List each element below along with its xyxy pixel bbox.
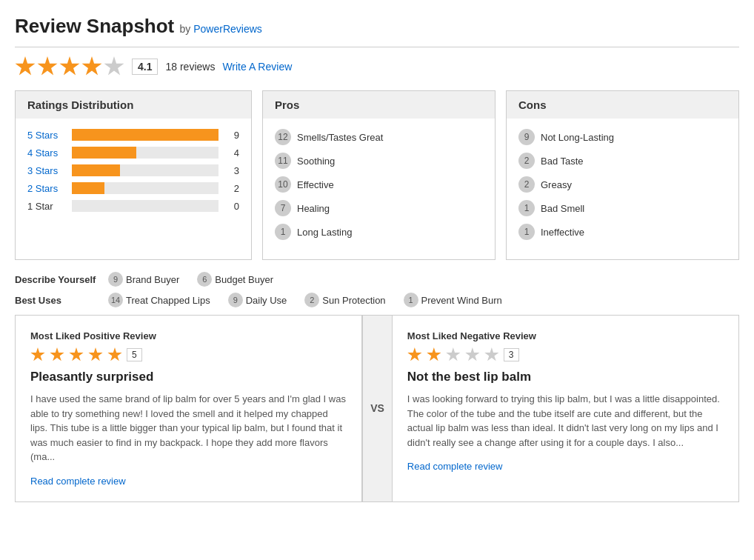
neg-star-3	[446, 347, 461, 362]
rating-row-4: 4 Stars 4	[27, 147, 239, 159]
positive-read-more-link[interactable]: Read complete review	[30, 476, 126, 487]
best-uses-label: Best Uses	[15, 295, 104, 306]
ratings-distribution-title: Ratings Distribution	[16, 91, 251, 119]
rating-score: 4.1	[132, 59, 158, 75]
rating-5-count: 9	[224, 130, 239, 141]
best-uses-count-2: 2	[304, 293, 319, 307]
powerreviews-link[interactable]: PowerReviews	[193, 23, 262, 35]
write-review-link[interactable]: Write A Review	[222, 61, 292, 73]
cons-count-4: 1	[518, 224, 535, 240]
pros-count-1: 11	[275, 153, 291, 169]
star-1	[15, 56, 36, 77]
pros-label-4: Long Lasting	[297, 227, 352, 238]
pros-count-2: 10	[275, 176, 291, 193]
rating-1-label: 1 Star	[27, 201, 66, 212]
negative-review-stars-row: 3	[407, 347, 724, 362]
pros-label-1: Soothing	[297, 156, 335, 167]
star-5	[104, 56, 124, 77]
best-uses-item-0: 14 Treat Chapped Lips	[108, 293, 210, 307]
ratings-distribution-panel: Ratings Distribution 5 Stars 9 4 Stars 4…	[15, 90, 252, 260]
pros-item-0: 12 Smells/Tastes Great	[275, 129, 483, 145]
pros-label-2: Effective	[297, 179, 334, 190]
reviews-row: Most Liked Positive Review 5 Pleasantly …	[16, 316, 738, 501]
rating-4-bar	[72, 147, 218, 159]
neg-star-5	[484, 347, 499, 362]
pos-star-2	[50, 347, 64, 362]
best-uses-text-2: Sun Protection	[322, 295, 385, 306]
rating-2-label[interactable]: 2 Stars	[27, 183, 66, 194]
cons-item-3: 1 Bad Smell	[518, 200, 727, 216]
rating-3-bar	[72, 164, 218, 176]
best-uses-count-3: 1	[404, 293, 418, 307]
cons-count-0: 9	[518, 129, 535, 145]
cons-item-2: 2 Greasy	[518, 176, 727, 193]
positive-review-badge: 5	[127, 348, 142, 361]
pros-label-0: Smells/Tastes Great	[297, 132, 383, 143]
cons-count-2: 2	[518, 176, 535, 193]
cons-item-1: 2 Bad Taste	[518, 153, 727, 169]
pros-label-3: Healing	[297, 203, 330, 214]
best-uses-item-1: 9 Daily Use	[228, 293, 287, 307]
powered-by: by PowerReviews	[180, 23, 262, 35]
rating-row-2: 2 Stars 2	[27, 182, 239, 194]
star-2	[37, 56, 58, 77]
describe-yourself-count-1: 6	[197, 272, 212, 287]
star-3	[59, 56, 80, 77]
pos-star-4	[88, 347, 103, 362]
best-uses-text-0: Treat Chapped Lips	[126, 295, 210, 306]
best-uses-text-3: Prevent Wind Burn	[421, 295, 502, 306]
best-uses-item-3: 1 Prevent Wind Burn	[404, 293, 502, 307]
cons-item-4: 1 Ineffective	[518, 224, 727, 240]
describe-yourself-text-1: Budget Buyer	[215, 274, 273, 285]
cons-panel: Cons 9 Not Long-Lasting 2 Bad Taste 2 Gr…	[506, 90, 739, 260]
cons-count-1: 2	[518, 153, 535, 169]
rating-4-count: 4	[224, 147, 239, 159]
rating-4-label[interactable]: 4 Stars	[27, 147, 66, 159]
rating-1-bar	[72, 200, 218, 212]
neg-star-2	[427, 347, 441, 362]
positive-review-title: Pleasantly surprised	[30, 370, 347, 384]
describe-yourself-item-0: 9 Brand Buyer	[108, 272, 179, 287]
stars-row: 4.1 18 reviews Write A Review	[15, 56, 739, 77]
rating-5-bar	[72, 129, 218, 141]
pros-item-2: 10 Effective	[275, 176, 483, 193]
cons-label-1: Bad Taste	[541, 156, 584, 167]
pros-panel: Pros 12 Smells/Tastes Great 11 Soothing …	[262, 90, 496, 260]
pos-star-3	[69, 347, 84, 362]
describe-yourself-row: Describe Yourself 9 Brand Buyer 6 Budget…	[15, 272, 739, 287]
negative-review-title: Not the best lip balm	[407, 370, 724, 384]
review-count: 18 reviews	[165, 61, 215, 73]
rating-5-label[interactable]: 5 Stars	[27, 130, 66, 141]
positive-review-stars-row: 5	[30, 347, 347, 362]
cons-label-0: Not Long-Lasting	[541, 132, 614, 143]
best-uses-text-1: Daily Use	[246, 295, 287, 306]
pros-count-4: 1	[275, 224, 291, 240]
negative-review-card: Most Liked Negative Review 3 Not the bes…	[393, 316, 738, 501]
best-uses-count-0: 14	[108, 293, 123, 307]
cons-count-3: 1	[518, 200, 535, 216]
rating-row-1: 1 Star 0	[27, 200, 239, 212]
reviews-section: Most Liked Positive Review 5 Pleasantly …	[15, 315, 739, 502]
panels-row: Ratings Distribution 5 Stars 9 4 Stars 4…	[15, 90, 739, 260]
cons-item-0: 9 Not Long-Lasting	[518, 129, 727, 145]
pros-item-1: 11 Soothing	[275, 153, 483, 169]
negative-review-badge: 3	[504, 348, 519, 361]
best-uses-count-1: 9	[228, 293, 243, 307]
negative-read-more-link[interactable]: Read complete review	[407, 461, 503, 472]
describe-yourself-item-1: 6 Budget Buyer	[197, 272, 273, 287]
negative-review-body: I was looking forward to trying this lip…	[407, 392, 724, 450]
rating-row-3: 3 Stars 3	[27, 164, 239, 176]
pros-title: Pros	[263, 91, 495, 119]
header-divider	[15, 47, 739, 47]
cons-label-2: Greasy	[541, 179, 572, 190]
star-4	[81, 56, 102, 77]
pros-item-3: 7 Healing	[275, 200, 483, 216]
best-uses-item-2: 2 Sun Protection	[304, 293, 385, 307]
cons-label-4: Ineffective	[541, 227, 584, 238]
pros-count-3: 7	[275, 200, 291, 216]
describe-yourself-label: Describe Yourself	[15, 274, 104, 285]
neg-star-4	[465, 347, 480, 362]
describe-yourself-count-0: 9	[108, 272, 123, 287]
rating-2-bar	[72, 182, 218, 194]
rating-3-label[interactable]: 3 Stars	[27, 165, 66, 176]
